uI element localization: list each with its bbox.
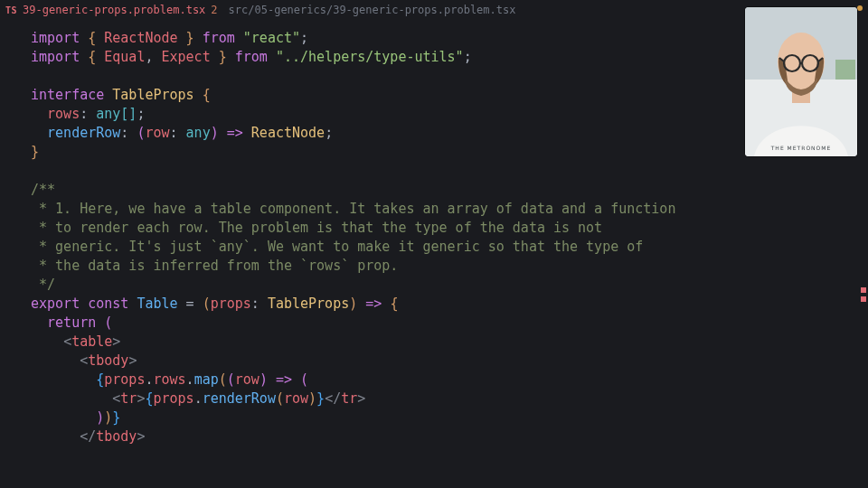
code-line[interactable]: {props.rows.map((row) => ( — [0, 371, 868, 389]
code-line[interactable]: import { ReactNode } from "react"; — [0, 29, 868, 48]
code-line-blank[interactable] — [0, 162, 868, 181]
type-name: TableProps — [112, 87, 193, 103]
identifier: row — [284, 390, 308, 407]
type-name: ReactNode — [251, 125, 325, 141]
comment: /** — [31, 182, 55, 198]
error-marker-icon[interactable] — [861, 296, 866, 302]
code-line[interactable]: */ — [0, 276, 868, 295]
error-marker-icon[interactable] — [861, 287, 866, 293]
identifier: props — [153, 390, 193, 407]
param: row — [145, 125, 169, 141]
code-line[interactable]: <tr>{props.renderRow(row)}</tr> — [0, 389, 868, 408]
code-line[interactable]: /** — [0, 181, 868, 200]
method: renderRow — [203, 390, 276, 407]
identifier: ReactNode — [104, 30, 177, 46]
code-line[interactable]: rows: any[]; — [0, 105, 868, 124]
comment: * to render each row. The problem is tha… — [31, 220, 602, 236]
keyword-from: from — [235, 49, 268, 65]
type-keyword: any — [96, 106, 120, 122]
comment: * generic. It's just `any`. We want to m… — [31, 239, 643, 255]
code-line[interactable]: <tbody> — [0, 352, 868, 371]
keyword-const: const — [88, 296, 128, 312]
jsx-tag: tbody — [88, 352, 128, 369]
comment: */ — [31, 277, 55, 293]
presenter-webcam: THE METRONOME — [745, 7, 857, 156]
person-icon — [745, 7, 857, 156]
identifier: props — [104, 371, 145, 388]
identifier: Table — [137, 296, 177, 312]
code-line[interactable]: <table> — [0, 333, 868, 352]
method: map — [194, 371, 219, 388]
minimap-error-markers[interactable] — [861, 287, 866, 302]
property: rows — [47, 106, 80, 122]
code-line-blank[interactable] — [0, 67, 868, 86]
jsx-tag: tr — [341, 390, 357, 407]
code-line[interactable]: export const Table = (props: TableProps)… — [0, 295, 868, 314]
tshirt-text: THE METRONOME — [771, 145, 832, 151]
tab-problem-count: 2 — [211, 4, 217, 16]
svg-rect-2 — [835, 60, 855, 80]
jsx-tag: tbody — [96, 428, 137, 445]
code-line[interactable]: * the data is inferred from the `rows` p… — [0, 257, 868, 276]
tab-path: src/05-generics/39-generic-props.problem… — [229, 4, 516, 16]
property: renderRow — [47, 125, 120, 141]
keyword-return: return — [47, 314, 96, 331]
comment: * the data is inferred from the `rows` p… — [31, 258, 398, 274]
tab-filename[interactable]: 39-generic-props.problem.tsx — [23, 4, 205, 16]
code-line[interactable]: * 1. Here, we have a table component. It… — [0, 200, 868, 219]
keyword-interface: interface — [31, 87, 104, 103]
code-line[interactable]: * to render each row. The problem is tha… — [0, 219, 868, 238]
keyword-import: import — [31, 30, 80, 46]
type-name: TableProps — [268, 296, 349, 312]
code-editor[interactable]: import { ReactNode } from "react"; impor… — [0, 20, 868, 446]
jsx-tag: tr — [120, 390, 137, 407]
identifier: rows — [153, 371, 185, 388]
keyword-import: import — [31, 49, 80, 65]
code-line[interactable]: return ( — [0, 314, 868, 333]
code-line[interactable]: </tbody> — [0, 427, 868, 446]
comment: * 1. Here, we have a table component. It… — [31, 201, 675, 217]
tab-bar: TS 39-generic-props.problem.tsx 2 src/05… — [0, 0, 868, 20]
code-line[interactable]: interface TableProps { — [0, 86, 868, 105]
keyword-export: export — [31, 296, 80, 312]
code-line[interactable]: import { Equal, Expect } from "../helper… — [0, 48, 868, 67]
code-line[interactable]: * generic. It's just `any`. We want to m… — [0, 238, 868, 257]
param: props — [211, 296, 251, 312]
string-literal: "react" — [243, 30, 300, 46]
jsx-tag: table — [71, 333, 112, 350]
param: row — [235, 371, 259, 388]
identifier: Expect — [162, 49, 211, 65]
modified-dot-icon — [857, 5, 863, 11]
code-line[interactable]: ))} — [0, 408, 868, 427]
code-line[interactable]: } — [0, 143, 868, 162]
keyword-from: from — [203, 30, 235, 46]
string-literal: "../helpers/type-utils" — [276, 49, 464, 65]
file-lang-badge: TS — [5, 5, 17, 15]
identifier: Equal — [104, 49, 145, 65]
code-line[interactable]: renderRow: (row: any) => ReactNode; — [0, 124, 868, 143]
type-keyword: any — [186, 125, 211, 141]
